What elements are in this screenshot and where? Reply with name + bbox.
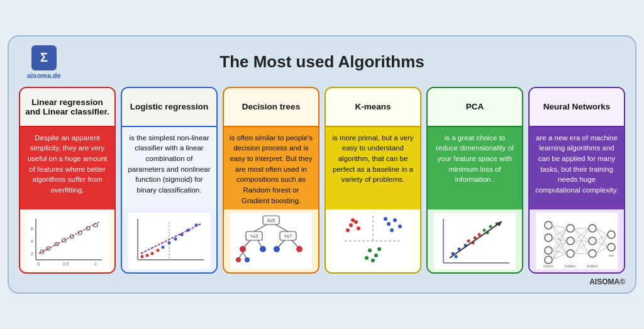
logo-area: Σ aisoma.de	[19, 45, 69, 79]
svg-point-30	[187, 229, 190, 232]
col-header-decision-trees: Decision trees	[224, 88, 318, 127]
col-body-decision-trees: is often similar to people's decision pr…	[224, 127, 318, 210]
svg-point-64	[384, 217, 387, 221]
svg-text:hidden: hidden	[565, 264, 576, 268]
main-container: Σ aisoma.de The Most used Algorithms Lin…	[8, 35, 636, 294]
logo-icon: Σ	[31, 45, 57, 70]
header-row: Σ aisoma.de The Most used Algorithms	[19, 45, 625, 79]
column-pca: PCA is a great choice to reduce dimensio…	[426, 87, 523, 274]
svg-point-53	[245, 257, 250, 262]
col-image-decision-trees: X≤5 Y≤3 Y≤7	[224, 209, 318, 272]
svg-point-31	[195, 224, 198, 227]
svg-point-67	[365, 256, 369, 260]
svg-text:0.5: 0.5	[63, 262, 69, 266]
col-image-pca	[428, 209, 522, 272]
col-image-logistic-regression	[122, 209, 216, 272]
svg-point-62	[390, 228, 394, 232]
svg-point-63	[398, 225, 402, 228]
svg-point-57	[346, 228, 350, 232]
footer: AISOMA©	[19, 277, 625, 286]
svg-point-68	[377, 247, 381, 251]
col-body-linear-regression: Despite an apparent simplicity, they are…	[20, 127, 114, 210]
svg-point-55	[349, 223, 353, 227]
svg-text:out: out	[609, 254, 614, 257]
col-body-kmeans: is more primal, but a very easy to under…	[326, 127, 420, 210]
col-image-neural-networks: inputs hidden hidden out	[530, 209, 624, 272]
col-image-linear-regression: 0 0.5 1 2 4 6	[20, 209, 114, 272]
svg-point-28	[174, 238, 177, 241]
svg-point-47	[274, 246, 280, 252]
svg-text:inputs: inputs	[543, 264, 553, 268]
column-decision-trees: Decision trees is often similar to peopl…	[223, 87, 319, 274]
page-title: The Most used Algorithms	[69, 52, 575, 72]
col-header-logistic-regression: Logistic regression	[122, 88, 216, 127]
logo-text: aisoma.de	[27, 72, 61, 79]
columns-row: Linear regression and Linear classifier.…	[19, 87, 625, 274]
svg-text:1: 1	[94, 262, 97, 266]
svg-point-65	[368, 248, 372, 252]
svg-point-45	[260, 246, 266, 252]
svg-point-56	[354, 220, 358, 224]
col-body-pca: is a great choice to reduce dimensionali…	[428, 127, 522, 210]
column-neural-networks: Neural Networks are a new era of machine…	[528, 87, 625, 274]
svg-point-69	[371, 259, 375, 262]
svg-text:hidden: hidden	[587, 264, 598, 268]
col-body-neural-networks: are a new era of machine learning algori…	[530, 127, 624, 210]
svg-point-60	[387, 222, 391, 226]
svg-text:4: 4	[31, 239, 33, 243]
svg-point-58	[357, 226, 360, 230]
svg-point-84	[455, 255, 458, 259]
svg-text:X≤5: X≤5	[267, 218, 275, 223]
svg-point-66	[374, 254, 378, 257]
svg-point-26	[162, 246, 165, 249]
column-linear-regression: Linear regression and Linear classifier.…	[19, 87, 116, 274]
svg-point-24	[151, 252, 154, 255]
svg-point-49	[296, 246, 303, 252]
svg-point-22	[141, 255, 144, 259]
svg-point-25	[157, 249, 160, 252]
svg-text:2: 2	[31, 252, 33, 256]
svg-point-51	[236, 257, 241, 262]
col-header-pca: PCA	[428, 88, 522, 127]
svg-point-78	[467, 240, 470, 243]
svg-point-61	[393, 218, 397, 222]
col-image-kmeans	[326, 209, 420, 272]
column-logistic-regression: Logistic regression is the simplest non-…	[121, 87, 218, 274]
svg-point-81	[483, 229, 486, 232]
svg-text:6: 6	[31, 226, 33, 231]
svg-text:Y≤3: Y≤3	[250, 234, 258, 238]
col-body-logistic-regression: is the simplest non-linear classifier wi…	[122, 127, 216, 210]
svg-point-82	[489, 225, 492, 228]
svg-point-23	[146, 254, 149, 257]
svg-point-59	[351, 218, 355, 222]
column-kmeans: K-means is more primal, but a very easy …	[325, 87, 421, 274]
col-header-neural-networks: Neural Networks	[530, 88, 624, 127]
svg-text:Y≤7: Y≤7	[284, 234, 292, 238]
svg-point-29	[180, 233, 184, 237]
col-header-linear-regression: Linear regression and Linear classifier.	[20, 88, 114, 127]
svg-text:0: 0	[37, 262, 40, 266]
svg-rect-0	[26, 213, 108, 269]
col-header-kmeans: K-means	[326, 88, 420, 127]
svg-point-43	[240, 246, 246, 252]
